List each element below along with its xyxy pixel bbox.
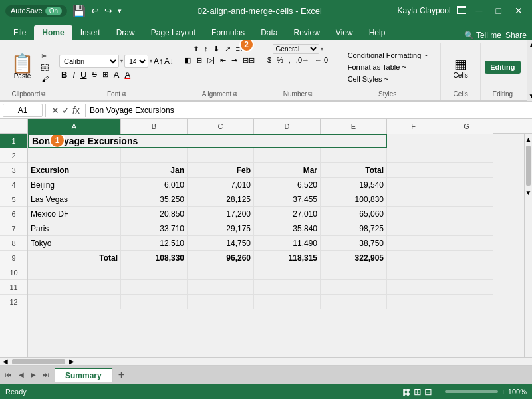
tab-draw[interactable]: Draw <box>108 25 143 40</box>
font-size-select[interactable]: 14 <box>124 55 148 68</box>
cell-f6[interactable] <box>387 207 440 221</box>
tab-home[interactable]: Home <box>34 25 72 40</box>
align-middle-btn[interactable]: ↕ <box>202 44 210 54</box>
cell-g10[interactable] <box>440 265 493 280</box>
conditional-formatting-btn[interactable]: Conditional Formatting ~ <box>342 50 433 61</box>
cell-reference-box[interactable] <box>3 104 43 117</box>
cell-e7[interactable]: 98,725 <box>321 221 387 236</box>
format-painter-button[interactable]: 🖌 <box>39 74 51 84</box>
cell-d7[interactable]: 35,840 <box>254 221 321 236</box>
cell-f9[interactable] <box>387 251 440 265</box>
row-num-1[interactable]: 1 <box>0 134 27 148</box>
page-break-view-btn[interactable]: ⊟ <box>424 386 432 397</box>
formula-input[interactable] <box>88 104 529 116</box>
cell-c8[interactable]: 14,750 <box>188 236 254 251</box>
cell-g3[interactable] <box>440 163 493 178</box>
h-scroll-thumb[interactable] <box>12 359 65 364</box>
number-format-select[interactable]: General <box>273 44 319 54</box>
cell-g6[interactable] <box>440 207 493 221</box>
cell-g2[interactable] <box>440 148 493 163</box>
cell-f4[interactable] <box>387 178 440 192</box>
tab-data[interactable]: Data <box>253 25 285 40</box>
normal-view-btn[interactable]: ▦ <box>402 386 411 397</box>
increase-decimal-btn[interactable]: .0→ <box>294 55 311 65</box>
border-btn[interactable]: ⊞ <box>100 70 110 80</box>
cell-g4[interactable] <box>440 178 493 192</box>
cell-d6[interactable]: 27,010 <box>254 207 321 221</box>
cell-styles-btn[interactable]: Cell Styles ~ <box>342 74 433 84</box>
cell-e6[interactable]: 65,060 <box>321 207 387 221</box>
font-color-btn[interactable]: A <box>122 69 132 80</box>
cell-g7[interactable] <box>440 221 493 236</box>
nav-last-sheet[interactable]: ⏭ <box>40 370 52 380</box>
align-bottom-btn[interactable]: ⬇ <box>211 44 221 54</box>
cell-a12[interactable] <box>28 295 121 309</box>
col-header-b[interactable]: B <box>121 119 188 134</box>
wrap-text-btn[interactable]: 2 ≡↵ <box>234 44 248 54</box>
vertical-scrollbar[interactable]: ▲ ▼ <box>524 134 532 357</box>
save-icon[interactable]: 💾 <box>72 5 86 17</box>
format-as-table-btn[interactable]: Format as Table ~ <box>342 62 433 72</box>
cell-e11[interactable] <box>321 280 387 295</box>
redo-btn[interactable]: ↪ <box>104 5 112 16</box>
currency-btn[interactable]: $ <box>265 55 273 65</box>
scroll-up-btn[interactable]: ▲ <box>525 134 532 144</box>
text-angle-btn[interactable]: ↗ <box>223 44 233 54</box>
cell-b6[interactable]: 20,850 <box>121 207 188 221</box>
undo-btn[interactable]: ↩ <box>91 5 99 16</box>
cell-f7[interactable] <box>387 221 440 236</box>
tab-file[interactable]: File <box>5 25 34 40</box>
page-layout-view-btn[interactable]: ⊞ <box>414 386 422 397</box>
italic-button[interactable]: I <box>70 69 77 80</box>
zoom-in-btn[interactable]: + <box>501 388 505 396</box>
bold-button[interactable]: B <box>59 69 69 80</box>
row-num-3[interactable]: 3 <box>0 163 27 178</box>
cell-f2[interactable] <box>387 148 440 163</box>
cut-button[interactable]: ✂ <box>39 51 51 61</box>
cell-c2[interactable] <box>188 148 254 163</box>
cell-g11[interactable] <box>440 280 493 295</box>
col-header-g[interactable]: G <box>440 119 493 134</box>
tab-formulas[interactable]: Formulas <box>203 25 253 40</box>
close-btn[interactable]: ✕ <box>511 4 527 17</box>
scroll-thumb[interactable] <box>526 146 531 186</box>
tab-review[interactable]: Review <box>285 25 327 40</box>
cell-c6[interactable]: 17,200 <box>188 207 254 221</box>
cell-b3[interactable]: Jan <box>121 163 188 178</box>
cell-g1[interactable] <box>440 134 493 148</box>
cell-e9[interactable]: 322,905 <box>321 251 387 265</box>
cell-f3[interactable] <box>387 163 440 178</box>
cell-b8[interactable]: 12,510 <box>121 236 188 251</box>
cell-e10[interactable] <box>321 265 387 280</box>
cell-c7[interactable]: 29,175 <box>188 221 254 236</box>
cell-a6[interactable]: Mexico DF <box>28 207 121 221</box>
align-center-btn[interactable]: ⊟ <box>194 55 204 65</box>
font-size-dropdown[interactable]: ▾ <box>150 58 152 64</box>
scroll-right-btn[interactable]: ▶ <box>66 358 77 365</box>
tab-page-layout[interactable]: Page Layout <box>143 25 203 40</box>
increase-indent-btn[interactable]: ⇥ <box>229 55 239 65</box>
font-face-dropdown[interactable]: ▾ <box>120 58 123 64</box>
cell-b12[interactable] <box>121 295 188 309</box>
cell-c4[interactable]: 7,010 <box>188 178 254 192</box>
cell-c3[interactable]: Feb <box>188 163 254 178</box>
cell-d12[interactable] <box>254 295 321 309</box>
cell-e12[interactable] <box>321 295 387 309</box>
align-left-btn[interactable]: ◧ <box>182 55 193 65</box>
row-num-5[interactable]: 5 <box>0 192 27 207</box>
cell-a10[interactable] <box>28 265 121 280</box>
col-header-e[interactable]: E <box>321 119 387 134</box>
cell-a5[interactable]: Las Vegas <box>28 192 121 207</box>
minimize-btn[interactable]: ─ <box>472 4 487 17</box>
row-num-6[interactable]: 6 <box>0 207 27 221</box>
zoom-out-btn[interactable]: ─ <box>438 388 443 396</box>
scroll-left-btn[interactable]: ◀ <box>0 358 11 365</box>
col-header-a[interactable]: A <box>28 119 121 134</box>
col-header-d[interactable]: D <box>254 119 321 134</box>
cell-g12[interactable] <box>440 295 493 309</box>
cell-a3[interactable]: Excursion <box>28 163 121 178</box>
nav-prev-sheet[interactable]: ◀ <box>16 370 27 380</box>
row-num-7[interactable]: 7 <box>0 221 27 236</box>
cell-g9[interactable] <box>440 251 493 265</box>
cell-g5[interactable] <box>440 192 493 207</box>
